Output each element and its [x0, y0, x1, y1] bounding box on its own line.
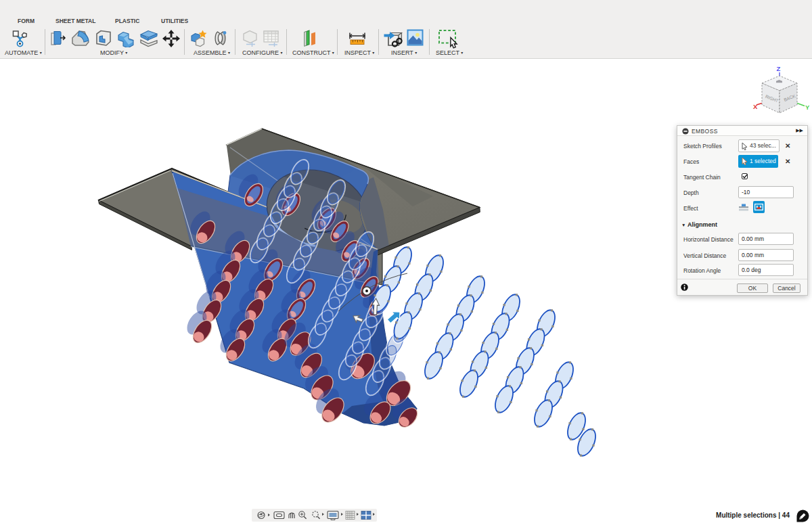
svg-text:Z: Z — [777, 65, 781, 72]
svg-text:Y: Y — [805, 104, 810, 111]
svg-text:X: X — [753, 103, 758, 110]
